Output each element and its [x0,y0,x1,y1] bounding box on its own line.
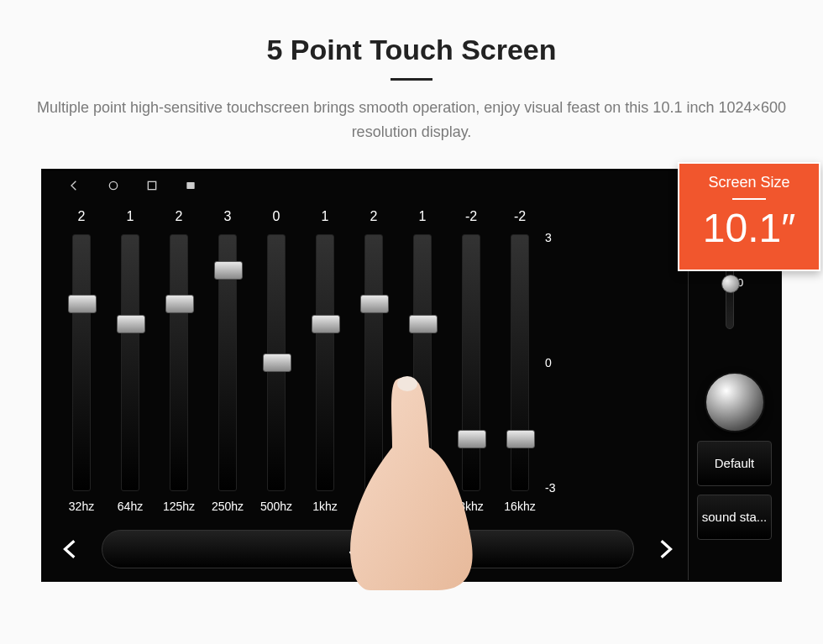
eq-slider-track[interactable] [316,234,334,491]
badge-divider [732,198,766,200]
title-underline [391,78,432,81]
eq-slider-freq: 1khz [312,500,338,518]
eq-slider-thumb[interactable] [214,261,243,280]
preset-row: Jazz [58,530,678,568]
page-subtitle: Multiple point high-sensitive touchscree… [34,96,789,144]
eq-slider[interactable]: 3250hz [204,209,251,518]
eq-slider-track[interactable] [462,234,480,491]
volume-knob[interactable] [705,372,765,432]
eq-slider-value: 1 [127,209,134,231]
badge-title: Screen Size [708,174,789,191]
eq-slider-value: 2 [176,209,183,231]
screen-size-badge: Screen Size 10.1″ [678,162,820,271]
eq-slider-value: 2 [78,209,86,231]
eq-slider-freq: 2khz [361,500,386,518]
eq-slider-value: -2 [514,209,526,231]
eq-scale: 3 0 -3 [545,209,570,518]
svg-point-0 [109,181,117,189]
eq-slider-track[interactable] [72,234,91,491]
eq-sliders: 232hz164hz2125hz3250hz0500hz11khz22khz14… [58,209,678,518]
eq-slider-track[interactable] [218,234,237,491]
page-title: 5 Point Touch Screen [266,34,556,66]
eq-slider-freq: 250hz [212,500,244,518]
eq-slider-thumb[interactable] [312,315,340,333]
eq-slider[interactable]: 14khz [399,209,446,518]
eq-app: 232hz164hz2125hz3250hz0500hz11khz22khz14… [43,201,780,580]
eq-slider-track[interactable] [511,234,529,491]
eq-slider-track[interactable] [413,234,432,491]
scale-bottom: -3 [545,481,555,495]
eq-slider-thumb[interactable] [117,315,145,333]
eq-slider[interactable]: 11khz [301,209,349,518]
eq-slider-track[interactable] [121,234,139,491]
eq-slider-freq: 8khz [459,500,484,518]
eq-slider-track[interactable] [170,234,188,491]
back-icon[interactable] [68,179,81,192]
eq-slider-value: 1 [419,209,427,231]
eq-slider-freq: 16khz [504,500,535,518]
eq-slider-freq: 64hz [118,500,143,518]
eq-slider-thumb[interactable] [263,353,291,372]
scale-mid: 0 [545,356,552,369]
eq-slider-value: 2 [370,209,378,231]
eq-slider-thumb[interactable] [165,295,194,313]
eq-slider-freq: 500hz [260,500,292,518]
eq-slider[interactable]: 164hz [107,209,154,518]
eq-slider-freq: 125hz [163,500,195,518]
gallery-icon[interactable] [184,179,197,192]
eq-slider-value: -2 [465,209,477,231]
device-screen: 232hz164hz2125hz3250hz0500hz11khz22khz14… [42,170,781,581]
eq-slider-thumb[interactable] [458,430,486,448]
eq-slider-thumb[interactable] [409,315,438,333]
android-navbar [43,170,780,201]
svg-rect-1 [148,181,155,189]
eq-slider-track[interactable] [267,234,286,491]
eq-slider[interactable]: 0500hz [253,209,300,518]
balance-v-thumb[interactable] [721,275,740,293]
eq-slider[interactable]: -28khz [448,209,495,518]
eq-slider-freq: 4khz [410,500,435,518]
eq-slider[interactable]: 22khz [350,209,397,518]
eq-slider-thumb[interactable] [506,430,535,448]
eq-slider-thumb[interactable] [68,295,97,313]
scale-top: 3 [545,231,552,244]
eq-slider-track[interactable] [364,234,383,491]
preset-display[interactable]: Jazz [102,530,634,568]
eq-slider-thumb[interactable] [360,295,389,313]
eq-slider-value: 3 [224,209,232,231]
eq-slider-value: 1 [322,209,329,231]
eq-slider-freq: 32hz [69,500,94,518]
home-icon[interactable] [107,179,120,192]
eq-slider[interactable]: 232hz [58,209,105,518]
recent-icon[interactable] [145,179,159,192]
badge-value: 10.1″ [703,205,795,251]
eq-slider[interactable]: -216khz [496,209,543,518]
svg-rect-2 [186,182,194,189]
eq-panel: 232hz164hz2125hz3250hz0500hz11khz22khz14… [43,201,688,580]
preset-prev-button[interactable] [58,537,83,562]
eq-slider-value: 0 [273,209,280,231]
sound-stage-button[interactable]: sound sta... [697,495,772,540]
eq-slider[interactable]: 2125hz [155,209,202,518]
default-button[interactable]: Default [697,441,772,486]
preset-next-button[interactable] [653,537,678,562]
